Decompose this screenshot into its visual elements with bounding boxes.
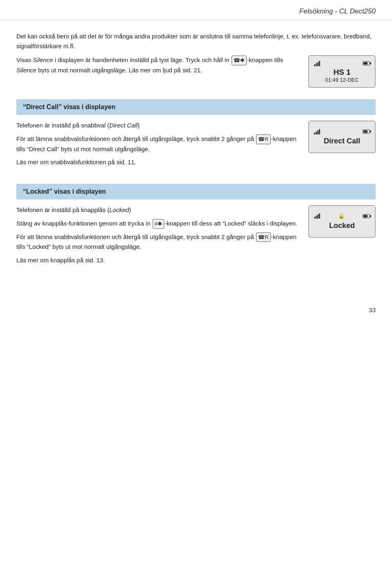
lock-symbol-icon: 🔒: [338, 213, 345, 219]
display-hs1: HS 1: [333, 68, 350, 77]
locked-key1: #✱: [153, 219, 164, 228]
locked-icon-group: 🔒: [338, 213, 345, 219]
page-number: 33: [0, 298, 392, 317]
locked-key2: ☎R: [256, 233, 270, 242]
header-title: Felsökning - CL Dect250: [299, 7, 376, 15]
direct-signal-icon: [314, 129, 320, 134]
direct-call-display-box: Direct Call: [308, 121, 376, 153]
silence-para-cont: -knappen tills: [247, 56, 283, 63]
locked-section: “Locked” visas i displayen Telefonen är …: [16, 184, 376, 269]
silence-para-end: byts ut mot normalt utgångsläge. Läs mer…: [36, 67, 202, 74]
silence-display-box: HS 1 01:49 12-DEC: [308, 55, 376, 88]
locked-para3: För att lämna snabbvalsfunktionen och åt…: [16, 232, 298, 253]
intro-paragraph1: Det kan också bero på att det är för mån…: [16, 31, 376, 51]
display-time: 01:49 12-DEC: [325, 77, 359, 83]
silence-key: ☎✱: [232, 56, 247, 65]
direct-call-header: “Direct Call” visas i displayen: [16, 99, 376, 115]
direct-call-para2: För att lämna snabbvalsfunktionen och åt…: [16, 134, 298, 154]
locked-signal-icon: [314, 213, 320, 219]
display-top-row: [314, 60, 370, 66]
battery-icon: [363, 60, 370, 66]
direct-call-para3: Läs mer om snabbvalsfunktionen på sid. 1…: [16, 157, 298, 168]
locked-display-label: Locked: [329, 221, 355, 230]
locked-battery-icon: [363, 213, 370, 219]
direct-battery-icon: [363, 129, 370, 134]
direct-call-display-top: [314, 129, 370, 134]
locked-text: Telefonen är inställd på knapplås (Locke…: [16, 205, 298, 269]
signal-icon: [314, 60, 320, 66]
silence-section: Visas Silence i displayen är handenheten…: [16, 55, 376, 88]
silence-word2: Silence: [16, 67, 36, 74]
direct-call-para1: Telefonen är inställd på snabbval (Direc…: [16, 121, 298, 131]
direct-call-display-label: Direct Call: [324, 137, 360, 145]
locked-header: “Locked” visas i displayen: [16, 184, 376, 199]
locked-display-box: 🔒 Locked: [308, 205, 376, 238]
silence-para-pre: Visas: [16, 56, 33, 63]
direct-call-italic: Direct Call: [109, 122, 138, 129]
locked-para2: Stäng av knapplås-funktionen genom att t…: [16, 219, 298, 229]
direct-call-body: Telefonen är inställd på snabbval (Direc…: [16, 121, 376, 171]
direct-call-text: Telefonen är inställd på snabbval (Direc…: [16, 121, 298, 171]
locked-display-top: 🔒: [314, 213, 370, 219]
locked-para1: Telefonen är inställd på knapplås (Locke…: [16, 205, 298, 215]
locked-para4: Läs mer om knapplås på sid. 13.: [16, 255, 298, 266]
direct-call-section: “Direct Call” visas i displayen Telefone…: [16, 99, 376, 171]
locked-italic: Locked: [109, 206, 129, 213]
silence-text: Visas Silence i displayen är handenheten…: [16, 55, 298, 76]
locked-body: Telefonen är inställd på knapplås (Locke…: [16, 205, 376, 269]
page-header: Felsökning - CL Dect250: [0, 0, 392, 20]
silence-para-post: i displayen är handenheten inställd på t…: [53, 56, 231, 63]
direct-call-key: ☎R: [256, 134, 270, 144]
silence-word: Silence: [33, 56, 53, 63]
